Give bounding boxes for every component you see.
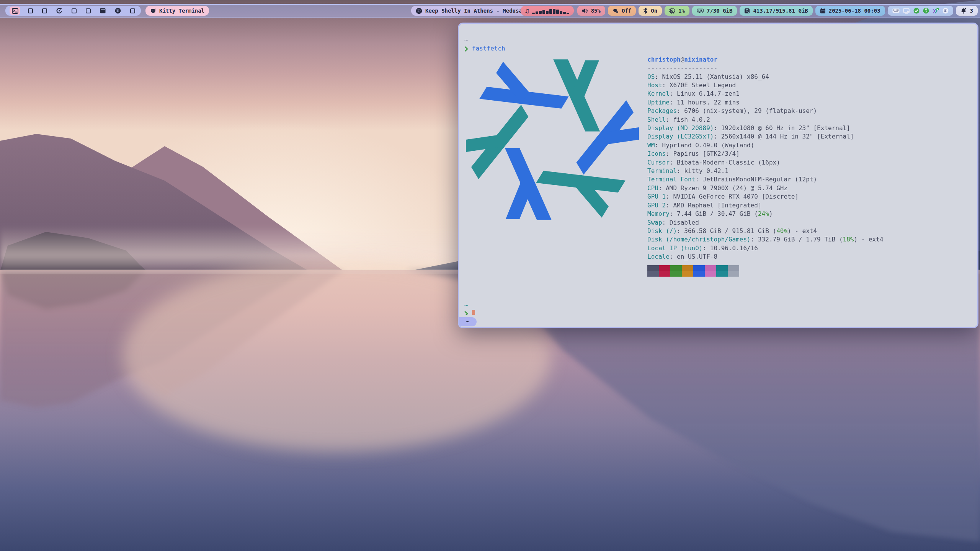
memory-label: 7/30 GiB [707, 8, 732, 14]
prompt-line-current[interactable] [464, 310, 973, 315]
volume-module[interactable]: 85% [577, 6, 605, 16]
workspace-spotify[interactable] [115, 8, 121, 14]
workspace-6[interactable] [86, 8, 91, 13]
palette-swatch [693, 265, 705, 271]
workspace-refresh[interactable] [56, 8, 62, 14]
media-track-label: Keep Shelly In Athens - Medusa [425, 8, 522, 14]
calendar-icon [820, 8, 826, 14]
bluetooth-module[interactable]: On [639, 6, 662, 16]
visualizer-bar [563, 12, 566, 14]
disk-icon [744, 8, 750, 14]
disk-module[interactable]: 413.17/915.81 GiB [740, 6, 812, 16]
bell-icon [960, 8, 967, 14]
audio-visualizer[interactable]: ♫ [521, 6, 574, 16]
keyboard-icon[interactable] [892, 8, 900, 13]
workspace-5[interactable] [72, 8, 77, 13]
palette-swatch [693, 271, 705, 277]
fastfetch-line: ------------------- [647, 64, 884, 72]
window-title-label: Kitty Terminal [159, 8, 204, 14]
vpn-check-icon[interactable] [933, 8, 939, 14]
cat-icon [150, 8, 156, 14]
disk-label: 413.17/915.81 GiB [753, 8, 808, 14]
visualizer-bar [553, 9, 555, 14]
prompt-directory: ~ [464, 36, 973, 44]
palette-row [647, 265, 884, 271]
cpu-module[interactable]: 1% [665, 6, 689, 16]
fastfetch-line: Host: X670E Steel Legend [647, 81, 884, 90]
terminal-icon [12, 8, 18, 14]
clock-label: 2025-06-18 00:03 [829, 8, 880, 14]
visualizer-bar [539, 11, 542, 14]
notification-module[interactable]: 3 [956, 6, 978, 16]
kitty-terminal-window[interactable]: ~ fastfetch [458, 23, 978, 328]
prompt-chevron-icon [464, 311, 468, 315]
refresh-icon [56, 8, 62, 14]
key-icon[interactable] [923, 8, 929, 14]
visualizer-bar [542, 10, 545, 14]
terminal-content: ~ fastfetch [464, 28, 973, 315]
palette-swatch [705, 271, 716, 277]
fastfetch-line: Disk (/): 366.58 GiB / 915.81 GiB (40%) … [647, 227, 884, 235]
prompt-chevron-icon [464, 46, 468, 52]
fastfetch-line: Memory: 7.44 GiB / 30.47 GiB (24%) [647, 210, 884, 218]
palette-swatch [682, 265, 693, 271]
wifi-off-icon [612, 8, 619, 13]
fastfetch-line: Locale: en_US.UTF-8 [647, 253, 884, 261]
workspace-2[interactable] [28, 8, 33, 13]
fastfetch-line: Shell: fish 4.0.2 [647, 116, 884, 124]
visualizer-bar [556, 10, 559, 14]
workspace-window[interactable] [100, 8, 106, 13]
fastfetch-line: Terminal Font: JetBrainsMonoNFM-Regular … [647, 175, 884, 184]
visualizer-bar [546, 11, 549, 14]
bluetooth-icon [643, 8, 648, 14]
network-module[interactable]: Off [608, 6, 636, 16]
fastfetch-line: Terminal: kitty 0.42.1 [647, 167, 884, 175]
visualizer-bars [532, 8, 569, 14]
fastfetch-line: Kernel: Linux 6.14.7-zen1 [647, 90, 884, 98]
system-tray [888, 6, 953, 16]
music-note-icon: ♫ [525, 8, 529, 14]
bluetooth-label: On [651, 8, 657, 14]
fastfetch-line: CPU: AMD Ryzen 9 7900X (24) @ 5.74 GHz [647, 184, 884, 192]
visualizer-bar [536, 11, 538, 14]
network-label: Off [622, 8, 631, 14]
fastfetch-line: christoph@nixinator [647, 55, 884, 64]
fastfetch-line: Packages: 6706 (nix-system), 29 (flatpak… [647, 107, 884, 115]
palette-swatch [705, 265, 716, 271]
spotify-icon [115, 8, 121, 14]
screen-lock-icon[interactable] [903, 8, 910, 14]
fastfetch-line: Swap: Disabled [647, 218, 884, 227]
spotify-icon[interactable] [942, 8, 949, 14]
command-text: fastfetch [472, 44, 505, 53]
spotify-icon [416, 8, 422, 14]
visualizer-bar [532, 13, 535, 14]
workspace-3[interactable] [42, 8, 47, 13]
clock-module[interactable]: 2025-06-18 00:03 [815, 6, 885, 16]
cpu-icon [669, 8, 675, 14]
palette-swatch [659, 265, 670, 271]
volume-label: 85% [591, 8, 601, 14]
workspace-9[interactable] [130, 8, 135, 13]
palette-swatch [728, 265, 739, 271]
fastfetch-info: christoph@nixinator-------------------OS… [647, 55, 884, 277]
active-window-title[interactable]: Kitty Terminal [145, 6, 209, 16]
palette-swatch [728, 271, 739, 277]
nixos-logo [466, 58, 639, 222]
terminal-color-palette [647, 265, 884, 277]
workspace-terminal-active[interactable] [10, 7, 20, 15]
check-circle-icon[interactable] [913, 8, 920, 14]
fastfetch-line: GPU 1: NVIDIA GeForce RTX 4070 [Discrete… [647, 192, 884, 201]
dark-window-icon [100, 8, 106, 13]
fastfetch-line: Icons: Papirus [GTK2/3/4] [647, 150, 884, 158]
media-player[interactable]: Keep Shelly In Athens - Medusa [411, 6, 527, 16]
palette-swatch [647, 271, 659, 277]
terminal-tab[interactable]: ~ [459, 317, 477, 326]
visualizer-bar [560, 11, 562, 14]
palette-swatch [659, 271, 670, 277]
fastfetch-line: Uptime: 11 hours, 22 mins [647, 98, 884, 107]
fastfetch-line: OS: NixOS 25.11 (Xantusia) x86_64 [647, 73, 884, 81]
memory-module[interactable]: 7/30 GiB [692, 6, 737, 16]
fastfetch-line: Cursor: Bibata-Modern-Classic (16px) [647, 158, 884, 167]
fastfetch-line: GPU 2: AMD Raphael [Integrated] [647, 201, 884, 210]
text-cursor [472, 310, 475, 315]
